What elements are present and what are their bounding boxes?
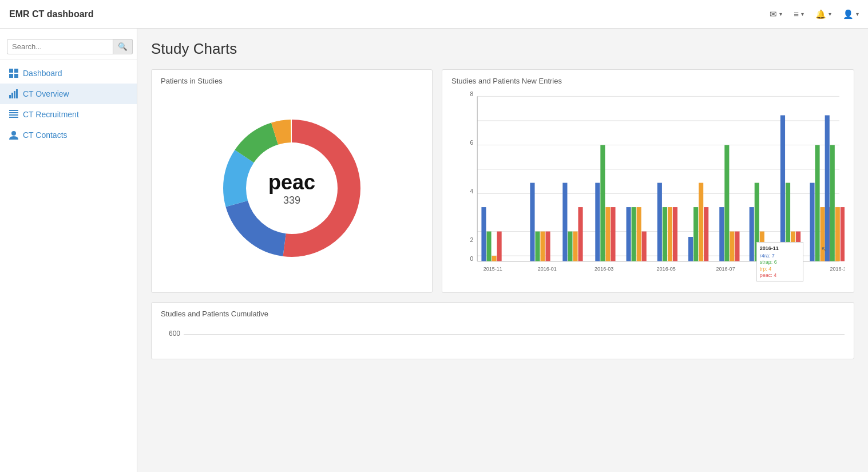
svg-rect-57: [688, 237, 693, 261]
svg-rect-63: [730, 232, 734, 261]
svg-rect-11: [9, 117, 18, 118]
svg-rect-33: [481, 207, 486, 261]
svg-rect-52: [642, 232, 647, 261]
svg-rect-41: [562, 183, 567, 261]
page-title: Study Charts: [151, 40, 854, 58]
studies-patients-new-card: Studies and Patients New Entries 8 6: [442, 69, 854, 293]
sidebar-item-ct-overview[interactable]: CT Overview: [0, 84, 137, 104]
svg-rect-49: [627, 207, 631, 261]
svg-rect-51: [637, 207, 641, 261]
main-content: Study Charts Patients in Studies: [137, 29, 868, 472]
svg-text:4: 4: [470, 188, 473, 195]
list-button[interactable]: ≡ ▾: [794, 9, 804, 19]
svg-text:2016-03: 2016-03: [594, 265, 613, 271]
patients-in-studies-card: Patients in Studies: [151, 69, 433, 293]
svg-rect-62: [724, 145, 729, 261]
svg-text:↖: ↖: [821, 245, 827, 253]
donut-container: peac 339: [161, 91, 423, 285]
svg-rect-61: [719, 207, 724, 261]
ct-recruitment-icon: [9, 110, 18, 119]
navbar: EMR CT dashboard ✉ ▾ ≡ ▾ 🔔 ▾ 👤 ▾: [0, 0, 868, 29]
svg-rect-36: [497, 232, 502, 261]
list-icon: ≡: [794, 9, 799, 19]
svg-text:6: 6: [470, 140, 473, 146]
svg-rect-8: [9, 110, 18, 111]
svg-text:2: 2: [470, 237, 473, 243]
email-button[interactable]: ✉ ▾: [770, 9, 782, 19]
patients-chart-title: Patients in Studies: [161, 77, 423, 85]
svg-rect-65: [750, 207, 754, 261]
bar-chart-svg: 8 6 4 2 0: [451, 91, 845, 285]
sidebar-item-label: Dashboard: [23, 69, 62, 78]
svg-rect-39: [540, 232, 545, 261]
search-input[interactable]: [7, 39, 113, 54]
sidebar-item-label: CT Recruitment: [23, 110, 79, 119]
svg-text:2016-11: 2016-11: [760, 245, 779, 251]
search-container: 🔍: [0, 34, 137, 60]
svg-rect-56: [673, 207, 677, 261]
svg-rect-77: [825, 116, 830, 261]
svg-rect-0: [9, 69, 13, 73]
search-button[interactable]: 🔍: [113, 39, 133, 54]
svg-rect-53: [657, 183, 662, 261]
svg-rect-45: [595, 183, 600, 261]
svg-rect-55: [668, 207, 672, 261]
svg-text:r4ra: 7: r4ra: 7: [760, 253, 775, 259]
bar-chart-title: Studies and Patients New Entries: [451, 77, 845, 85]
svg-rect-38: [535, 232, 540, 261]
svg-rect-10: [9, 114, 18, 116]
studies-patients-cumulative-card: Studies and Patients Cumulative 600: [151, 302, 854, 359]
bar-chart-container: 8 6 4 2 0: [451, 91, 845, 285]
svg-rect-4: [9, 95, 11, 98]
search-icon: 🔍: [118, 42, 128, 51]
svg-rect-1: [14, 69, 18, 73]
sidebar-item-label: CT Overview: [23, 89, 69, 98]
svg-rect-59: [699, 183, 703, 261]
svg-rect-74: [815, 145, 819, 261]
user-button[interactable]: 👤 ▾: [843, 9, 859, 19]
svg-text:2016-07: 2016-07: [716, 265, 735, 271]
svg-rect-43: [573, 232, 577, 261]
svg-rect-80: [841, 207, 845, 261]
svg-rect-46: [600, 145, 605, 261]
svg-rect-69: [780, 116, 785, 261]
sidebar: 🔍 Dashboard CT Overview CT Recruitment: [0, 29, 137, 472]
svg-rect-78: [830, 145, 835, 261]
svg-rect-50: [632, 207, 636, 261]
sidebar-item-ct-contacts[interactable]: CT Contacts: [0, 125, 137, 145]
svg-text:strap: 6: strap: 6: [760, 259, 777, 265]
app-title: EMR CT dashboard: [9, 9, 94, 19]
svg-text:2016-11: 2016-11: [830, 265, 845, 271]
y-axis-label: 600: [161, 330, 184, 338]
svg-rect-42: [568, 232, 572, 261]
charts-row-top: Patients in Studies: [151, 69, 854, 293]
svg-text:2016-01: 2016-01: [538, 265, 557, 271]
svg-rect-5: [11, 93, 13, 98]
svg-text:peac: 4: peac: 4: [760, 272, 777, 278]
svg-rect-7: [16, 89, 18, 98]
svg-rect-73: [810, 183, 814, 261]
svg-rect-9: [9, 112, 18, 113]
sidebar-item-dashboard[interactable]: Dashboard: [0, 63, 137, 84]
sidebar-item-label: CT Contacts: [23, 130, 68, 140]
svg-rect-79: [835, 207, 840, 261]
svg-text:2016-05: 2016-05: [657, 265, 676, 271]
svg-rect-47: [605, 207, 610, 261]
svg-rect-3: [14, 74, 18, 78]
svg-point-12: [11, 131, 16, 136]
user-icon: 👤: [843, 9, 854, 19]
bell-button[interactable]: 🔔 ▾: [815, 9, 831, 19]
svg-text:0: 0: [470, 256, 473, 262]
bell-icon: 🔔: [815, 9, 826, 19]
svg-rect-60: [704, 207, 708, 261]
svg-text:2015-11: 2015-11: [483, 265, 502, 271]
email-icon: ✉: [770, 9, 777, 19]
svg-rect-64: [735, 232, 739, 261]
svg-rect-37: [530, 183, 534, 261]
svg-rect-48: [611, 207, 615, 261]
layout: 🔍 Dashboard CT Overview CT Recruitment: [0, 29, 868, 472]
dashboard-icon: [9, 69, 18, 78]
sidebar-item-ct-recruitment[interactable]: CT Recruitment: [0, 104, 137, 125]
svg-rect-2: [9, 74, 13, 78]
svg-text:8: 8: [470, 91, 473, 97]
